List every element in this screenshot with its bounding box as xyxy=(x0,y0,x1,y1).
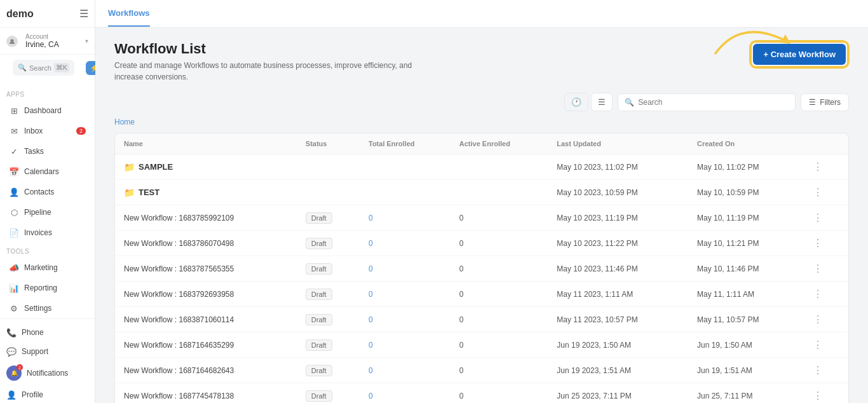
cell-name: New Workflow : 1683787565355 xyxy=(115,256,297,282)
col-created-on: Created On xyxy=(688,133,801,154)
marketing-icon: 📣 xyxy=(9,263,19,273)
cell-status xyxy=(297,154,360,180)
workflow-name-row[interactable]: New Workflow : 1687164682643 xyxy=(124,366,288,375)
more-options-icon[interactable]: ⋮ xyxy=(810,261,825,277)
last-updated-value: Jun 19 2023, 1:50 AM xyxy=(557,341,631,350)
tab-workflows[interactable]: Workflows xyxy=(108,1,150,27)
sidebar-item-calendars[interactable]: 📅 Calendars xyxy=(3,162,92,181)
menu-toggle-icon[interactable]: ☰ xyxy=(79,8,88,20)
sidebar-item-marketing[interactable]: 📣 Marketing xyxy=(3,258,92,277)
table-row: New Workflow : 1687745478138 Draft00Jun … xyxy=(115,383,848,404)
workflow-name-row[interactable]: New Workflow : 1683787565355 xyxy=(124,264,288,273)
search-input[interactable] xyxy=(638,98,789,107)
cell-created-on: Jun 19, 1:50 AM xyxy=(688,332,801,358)
content-area: Workflow List Create and manage Workflow… xyxy=(95,28,868,403)
sidebar-item-contacts[interactable]: 👤 Contacts xyxy=(3,182,92,202)
main-content: Workflows Workflow List Create and manag… xyxy=(95,0,868,403)
total-enrolled-value[interactable]: 0 xyxy=(369,264,373,273)
create-workflow-button[interactable]: + Create Workflow xyxy=(753,44,846,65)
sidebar-item-label: Marketing xyxy=(24,263,58,272)
more-options-icon[interactable]: ⋮ xyxy=(810,337,825,353)
workflow-name-text: New Workflow : 1683871060114 xyxy=(124,315,234,324)
list-view-button[interactable]: ☰ xyxy=(591,93,613,111)
sidebar-item-settings[interactable]: ⚙ Settings xyxy=(3,299,92,318)
sidebar-item-label: Calendars xyxy=(24,167,59,176)
total-enrolled-value[interactable]: 0 xyxy=(369,366,373,375)
sidebar-item-pipeline[interactable]: ⬡ Pipeline xyxy=(3,203,92,222)
settings-icon: ⚙ xyxy=(9,303,19,313)
total-enrolled-value[interactable]: 0 xyxy=(369,214,373,222)
total-enrolled-value[interactable]: 0 xyxy=(369,392,373,400)
cell-actions: ⋮ xyxy=(801,282,848,307)
sidebar-item-notifications[interactable]: 🔔 2 Notifications xyxy=(0,361,95,385)
account-row[interactable]: Account Irvine, CA ▾ xyxy=(6,33,88,49)
total-enrolled-value[interactable]: 0 xyxy=(369,290,373,299)
more-options-icon[interactable]: ⋮ xyxy=(810,362,825,378)
workflow-name-folder[interactable]: 📁 SAMPLE xyxy=(124,162,288,172)
dashboard-icon: ⊞ xyxy=(9,106,19,116)
col-active-enrolled: Active Enrolled xyxy=(451,133,548,154)
workflow-name-text: New Workflow : 1683785992109 xyxy=(124,214,234,222)
sidebar-item-reporting[interactable]: 📊 Reporting xyxy=(3,278,92,297)
sidebar-item-support[interactable]: 💬 Support xyxy=(0,342,95,361)
view-toggle: 🕐 ☰ xyxy=(564,93,613,111)
sidebar-item-tasks[interactable]: ✓ Tasks xyxy=(3,142,92,161)
table-header: Name Status Total Enrolled Active Enroll… xyxy=(115,133,848,154)
cell-last-updated: May 10 2023, 11:22 PM xyxy=(548,231,688,256)
table-row: New Workflow : 1683787565355 Draft00May … xyxy=(115,256,848,282)
cell-last-updated: Jun 25 2023, 7:11 PM xyxy=(548,383,688,404)
status-badge: Draft xyxy=(306,289,332,300)
filters-label: Filters xyxy=(820,98,841,107)
workflow-name-row[interactable]: New Workflow : 1683871060114 xyxy=(124,315,288,324)
workflow-name-text: New Workflow : 1687745478138 xyxy=(124,392,234,400)
tools-section-label: Tools xyxy=(0,243,95,257)
cell-actions: ⋮ xyxy=(801,332,848,358)
more-options-icon[interactable]: ⋮ xyxy=(810,159,825,175)
workflow-name-folder[interactable]: 📁 TEST xyxy=(124,188,288,198)
search-box[interactable]: 🔍 xyxy=(618,93,796,111)
sidebar-item-label: Dashboard xyxy=(24,106,62,115)
more-options-icon[interactable]: ⋮ xyxy=(810,286,825,302)
workflow-name-text: New Workflow : 1687164635299 xyxy=(124,341,234,350)
clock-view-button[interactable]: 🕐 xyxy=(564,93,588,111)
cell-status: Draft xyxy=(297,205,360,231)
cell-last-updated: May 10 2023, 10:59 PM xyxy=(548,180,688,205)
workflow-name-row[interactable]: New Workflow : 1683785992109 xyxy=(124,214,288,222)
col-status: Status xyxy=(297,133,360,154)
workflow-name-row[interactable]: New Workflow : 1687745478138 xyxy=(124,392,288,400)
folder-name: TEST xyxy=(139,188,159,197)
workflow-name-row[interactable]: New Workflow : 1683792693958 xyxy=(124,290,288,299)
breadcrumb[interactable]: Home xyxy=(114,118,849,126)
workflow-name-row[interactable]: New Workflow : 1683786070498 xyxy=(124,239,288,248)
table: Name Status Total Enrolled Active Enroll… xyxy=(115,133,848,403)
cell-last-updated: Jun 19 2023, 1:51 AM xyxy=(548,358,688,383)
cell-name: New Workflow : 1687745478138 xyxy=(115,383,297,404)
more-options-icon[interactable]: ⋮ xyxy=(810,388,825,403)
cell-created-on: May 10, 11:02 PM xyxy=(688,154,801,180)
more-options-icon[interactable]: ⋮ xyxy=(810,210,825,226)
total-enrolled-value[interactable]: 0 xyxy=(369,341,373,350)
status-badge: Draft xyxy=(306,339,332,351)
sidebar-item-dashboard[interactable]: ⊞ Dashboard xyxy=(3,101,92,120)
cell-created-on: Jun 19, 1:51 AM xyxy=(688,358,801,383)
sidebar-item-inbox[interactable]: ✉ Inbox 2 xyxy=(3,121,92,140)
cell-last-updated: May 11 2023, 1:11 AM xyxy=(548,282,688,307)
account-chevron-icon: ▾ xyxy=(85,38,88,44)
sidebar-item-profile[interactable]: 👤 Profile xyxy=(0,385,95,403)
more-options-icon[interactable]: ⋮ xyxy=(810,311,825,327)
cell-name: New Workflow : 1683871060114 xyxy=(115,307,297,332)
top-nav: Workflows xyxy=(95,0,868,28)
sidebar-search[interactable]: 🔍 Search ⌘K xyxy=(13,60,74,76)
cell-status: Draft xyxy=(297,256,360,282)
more-options-icon[interactable]: ⋮ xyxy=(810,235,825,251)
total-enrolled-value[interactable]: 0 xyxy=(369,239,373,248)
filters-button[interactable]: ☰ Filters xyxy=(801,93,849,111)
table-row: New Workflow : 1683785992109 Draft00May … xyxy=(115,205,848,231)
sidebar-item-phone[interactable]: 📞 Phone xyxy=(0,323,95,342)
total-enrolled-value[interactable]: 0 xyxy=(369,315,373,324)
cell-actions: ⋮ xyxy=(801,358,848,383)
workflow-name-row[interactable]: New Workflow : 1687164635299 xyxy=(124,341,288,350)
sidebar-item-invoices[interactable]: 📄 Invoices xyxy=(3,223,92,242)
header-actions: + Create Workflow xyxy=(750,41,849,68)
more-options-icon[interactable]: ⋮ xyxy=(810,184,825,200)
